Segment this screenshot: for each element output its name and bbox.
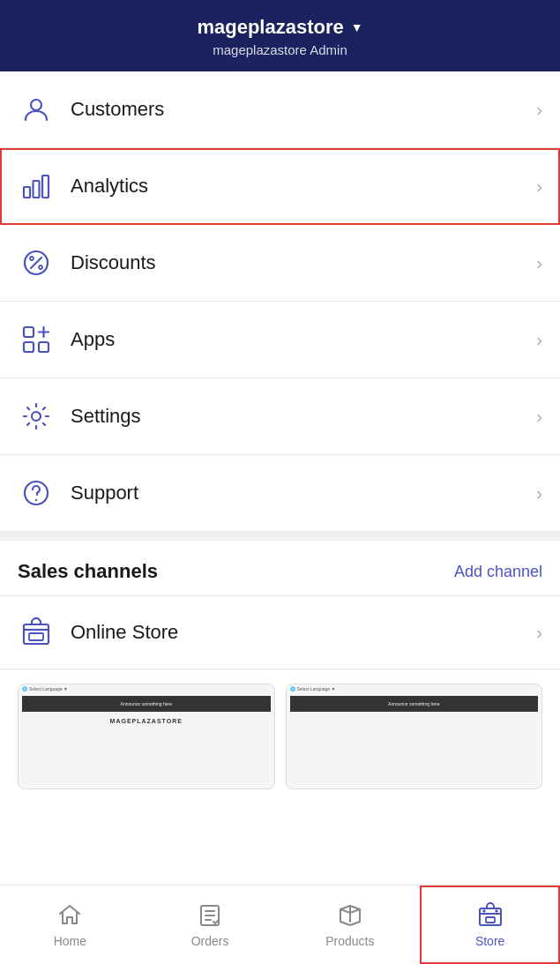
svg-rect-2	[34, 181, 40, 198]
online-store-label: Online Store	[71, 621, 536, 644]
nav-item-products[interactable]: Products	[280, 886, 421, 964]
store-nav-label: Store	[475, 934, 504, 948]
nav-item-store[interactable]: Store	[420, 886, 560, 964]
sidebar-item-settings[interactable]: Settings ›	[0, 378, 560, 455]
apps-icon	[18, 321, 55, 358]
svg-rect-17	[29, 633, 43, 640]
thumbnail-1-lang: Select Language ▼	[19, 684, 274, 693]
main-menu: Customers › Analytics › Discounts ›	[0, 71, 560, 532]
svg-point-21	[482, 909, 484, 911]
thumbnail-1[interactable]: Select Language ▼ Announce something her…	[18, 684, 275, 789]
sidebar-item-discounts[interactable]: Discounts ›	[0, 225, 560, 302]
sidebar-item-analytics[interactable]: Analytics ›	[0, 148, 560, 225]
orders-nav-label: Orders	[191, 934, 229, 948]
svg-point-13	[32, 412, 41, 421]
svg-point-22	[495, 909, 497, 911]
settings-icon	[18, 398, 55, 435]
sidebar-item-support[interactable]: Support ›	[0, 455, 560, 532]
svg-rect-10	[39, 342, 49, 352]
customers-chevron-icon: ›	[536, 100, 542, 120]
customers-icon	[18, 91, 55, 128]
store-subtitle: mageplazastore Admin	[18, 42, 542, 57]
online-store-icon	[18, 614, 55, 651]
svg-point-6	[30, 257, 34, 260]
svg-rect-9	[24, 342, 34, 352]
home-icon	[56, 902, 83, 929]
settings-label: Settings	[71, 405, 536, 428]
thumbnail-2[interactable]: Select Language ▼ Announce something her…	[286, 684, 543, 789]
sidebar-item-apps[interactable]: Apps ›	[0, 302, 560, 378]
support-chevron-icon: ›	[536, 483, 542, 504]
sales-channels-header: Sales channels Add channel	[0, 541, 560, 595]
discounts-icon	[18, 244, 55, 281]
analytics-label: Analytics	[71, 175, 536, 198]
app-header: mageplazastore ▼ mageplazastore Admin	[0, 0, 560, 71]
sales-channels-title: Sales channels	[18, 560, 158, 583]
support-icon	[18, 475, 55, 512]
store-name-text: mageplazastore	[197, 16, 343, 39]
thumbnail-2-lang: Select Language ▼	[287, 684, 542, 693]
orders-icon	[197, 902, 223, 929]
sidebar-item-online-store[interactable]: Online Store ›	[0, 595, 560, 669]
store-icon	[477, 902, 504, 929]
svg-rect-20	[486, 917, 495, 923]
svg-point-0	[31, 100, 41, 110]
sidebar-item-customers[interactable]: Customers ›	[0, 71, 560, 148]
add-channel-button[interactable]: Add channel	[454, 563, 542, 581]
svg-point-15	[35, 499, 37, 501]
products-icon	[337, 902, 363, 929]
store-thumbnails: Select Language ▼ Announce something her…	[0, 669, 560, 803]
settings-chevron-icon: ›	[536, 407, 542, 427]
customers-label: Customers	[71, 98, 536, 121]
dropdown-arrow-icon[interactable]: ▼	[351, 20, 363, 34]
analytics-chevron-icon: ›	[536, 176, 542, 197]
section-divider	[0, 532, 560, 541]
online-store-chevron-icon: ›	[536, 623, 542, 643]
home-nav-label: Home	[54, 934, 86, 948]
analytics-icon	[18, 168, 55, 205]
svg-rect-3	[42, 176, 49, 198]
apps-chevron-icon: ›	[536, 330, 542, 350]
nav-item-orders[interactable]: Orders	[140, 886, 280, 964]
discounts-chevron-icon: ›	[536, 253, 542, 273]
discounts-label: Discounts	[71, 251, 536, 274]
thumbnail-1-banner: Announce something here	[22, 696, 271, 712]
nav-item-home[interactable]: Home	[0, 886, 140, 964]
bottom-navigation: Home Orders Products Store	[0, 885, 560, 964]
thumbnail-2-banner: Announce something here	[290, 696, 539, 712]
svg-rect-8	[24, 327, 34, 337]
apps-label: Apps	[71, 328, 536, 351]
support-label: Support	[71, 482, 536, 504]
products-nav-label: Products	[325, 934, 374, 948]
thumbnail-1-logo: MAGEPLAZASTORE	[19, 714, 274, 728]
store-name[interactable]: mageplazastore ▼	[18, 16, 542, 39]
svg-point-7	[39, 265, 42, 269]
svg-rect-1	[24, 187, 30, 198]
